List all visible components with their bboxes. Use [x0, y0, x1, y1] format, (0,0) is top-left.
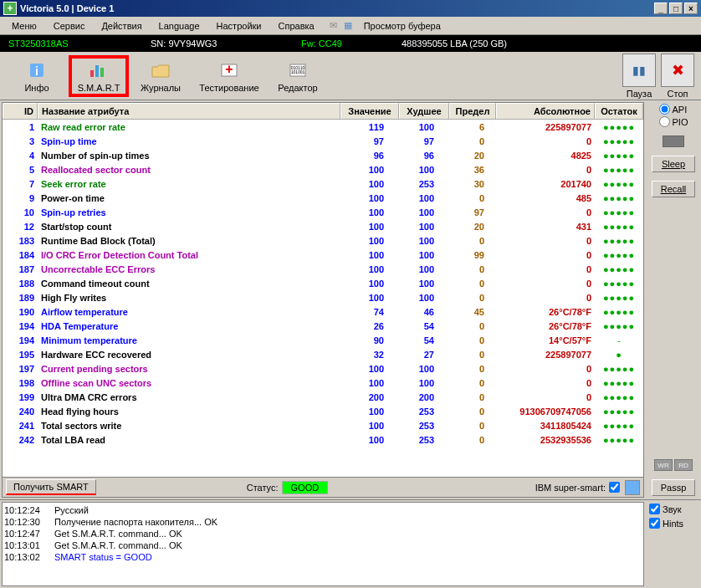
table-row[interactable]: 184I/O CRC Error Detection Count Total10… [3, 248, 643, 262]
device-fw: Fw: CC49 [301, 38, 402, 49]
col-raw[interactable]: Абсолютное [496, 103, 595, 119]
table-row[interactable]: 197Current pending sectors10010000●●●●● [3, 361, 643, 376]
table-row[interactable]: 187Uncorrectable ECC Errors10010000●●●●● [3, 262, 643, 276]
journals-button[interactable]: Журналы [130, 55, 191, 97]
cell-health: ● [595, 349, 643, 360]
smart-button[interactable]: S.M.A.R.T [69, 55, 129, 97]
pio-radio[interactable] [659, 116, 670, 127]
device-infobar: ST3250318AS SN: 9VY94WG3 Fw: CC49 488395… [0, 35, 701, 52]
device-lba: 488395055 LBA (250 GB) [402, 38, 507, 49]
cell-health: ●●●●● [595, 391, 643, 403]
col-health[interactable]: Остаток [595, 103, 643, 119]
log-time: 10:13:01 [4, 540, 54, 550]
get-smart-button[interactable]: Получить SMART [6, 479, 96, 495]
cell-id: 194 [3, 320, 38, 332]
menu-buffer[interactable]: Просмотр буфера [356, 19, 449, 33]
cell-worst: 253 [399, 434, 449, 446]
cell-worst: 100 [399, 121, 449, 133]
log-side-panel: Звук Hints [646, 500, 701, 588]
menu-item-3[interactable]: Language [151, 19, 208, 33]
cell-id: 188 [3, 278, 38, 289]
log-time: 10:13:02 [4, 552, 54, 562]
cell-val: 100 [340, 278, 399, 289]
table-row[interactable]: 194Minimum temperature9054014°C/57°F- [3, 333, 643, 347]
cell-val: 100 [340, 207, 399, 218]
table-row[interactable]: 188Command timeout count10010000●●●●● [3, 276, 643, 290]
cell-health: ●●●●● [595, 434, 643, 446]
col-id[interactable]: ID [3, 103, 38, 119]
cell-id: 4 [3, 150, 38, 161]
api-label: API [673, 105, 688, 115]
sound-checkbox[interactable] [649, 504, 660, 514]
info-button[interactable]: i Инфо [7, 55, 67, 97]
col-worst[interactable]: Худшее [399, 103, 449, 119]
log-time: 10:12:24 [4, 505, 54, 515]
cell-id: 240 [3, 406, 38, 417]
table-row[interactable]: 194HDA Temperature2654026°C/78°F●●●●● [3, 319, 643, 333]
rd-button[interactable]: RD [674, 459, 693, 471]
cell-thresh: 0 [449, 263, 496, 275]
cell-health: ●●●●● [595, 235, 643, 247]
sleep-button[interactable]: Sleep [652, 156, 695, 172]
cell-thresh: 0 [449, 377, 496, 389]
recall-button[interactable]: Recall [652, 181, 695, 197]
status-label: Статус: [247, 483, 279, 493]
cell-raw: 0 [496, 249, 595, 261]
log-panel[interactable]: 10:12:24Русский10:12:30Получение паспорт… [2, 502, 644, 586]
table-row[interactable]: 198Offline scan UNC sectors10010000●●●●● [3, 376, 643, 390]
cell-raw: 485 [496, 192, 595, 204]
table-row[interactable]: 240Head flying hours10025309130670974705… [3, 404, 643, 418]
table-row[interactable]: 5Reallocated sector count100100360●●●●● [3, 162, 643, 176]
table-row[interactable]: 189High Fly writes10010000●●●●● [3, 290, 643, 304]
cell-val: 100 [340, 263, 399, 275]
api-radio[interactable] [659, 104, 670, 115]
table-row[interactable]: 183Runtime Bad Block (Total)10010000●●●●… [3, 233, 643, 248]
col-name[interactable]: Название атрибута [38, 103, 340, 119]
menu-item-4[interactable]: Настройки [208, 19, 270, 33]
table-row[interactable]: 199Ultra DMA CRC errors20020000●●●●● [3, 390, 643, 404]
menu-item-1[interactable]: Сервис [45, 19, 94, 33]
cell-val: 74 [340, 306, 399, 318]
cell-health: ●●●●● [595, 207, 643, 218]
table-row[interactable]: 190Airflow temperature74464526°C/78°F●●●… [3, 304, 643, 319]
cell-raw: 0 [496, 135, 595, 147]
table-row[interactable]: 12Start/stop count10010020431●●●●● [3, 219, 643, 233]
cell-val: 100 [340, 192, 399, 204]
passp-button[interactable]: Passp [652, 479, 695, 496]
cell-val: 26 [340, 320, 399, 332]
pause-button[interactable]: ▮▮ [622, 54, 656, 87]
table-row[interactable]: 195Hardware ECC recovered32270225897077● [3, 347, 643, 361]
table-row[interactable]: 242Total LBA read10025302532935536●●●●● [3, 432, 643, 447]
cell-thresh: 97 [449, 207, 496, 218]
cell-val: 119 [340, 121, 399, 133]
square-button[interactable] [625, 480, 640, 495]
close-button[interactable]: × [684, 3, 698, 14]
table-row[interactable]: 3Spin-up time979700●●●●● [3, 134, 643, 148]
col-val[interactable]: Значение [340, 103, 399, 119]
cell-val: 90 [340, 335, 399, 346]
testing-button[interactable]: + Тестирование [192, 55, 266, 97]
cell-name: Number of spin-up times [38, 150, 340, 161]
svg-rect-3 [95, 65, 99, 77]
wr-button[interactable]: WR [654, 459, 673, 471]
menu-item-5[interactable]: Справка [270, 19, 323, 33]
menu-item-0[interactable]: Меню [3, 19, 45, 33]
menu-item-2[interactable]: Действия [93, 19, 150, 33]
cell-health: ●●●●● [595, 292, 643, 304]
table-row[interactable]: 10Spin-up retries100100970●●●●● [3, 205, 643, 219]
maximize-button[interactable]: □ [669, 3, 683, 14]
log-row: 10:13:01Get S.M.A.R.T. command... OK [4, 539, 642, 551]
table-row[interactable]: 1Raw read error rate1191006225897077●●●●… [3, 120, 643, 134]
super-smart-checkbox[interactable] [609, 482, 620, 493]
log-row: 10:12:47Get S.M.A.R.T. command... OK [4, 528, 642, 539]
table-row[interactable]: 9Power-on time1001000485●●●●● [3, 191, 643, 205]
col-thresh[interactable]: Предел [449, 103, 496, 119]
hints-checkbox[interactable] [649, 518, 660, 529]
minimize-button[interactable]: _ [654, 3, 668, 14]
stop-button[interactable]: ✖ [661, 54, 694, 87]
table-row[interactable]: 241Total sectors write10025303411805424●… [3, 418, 643, 432]
table-row[interactable]: 4Number of spin-up times9696204825●●●●● [3, 148, 643, 162]
editor-button[interactable]: 010110101001 Редактор [268, 55, 328, 97]
cell-thresh: 0 [449, 335, 496, 346]
table-row[interactable]: 7Seek error rate10025330201740●●●●● [3, 176, 643, 191]
